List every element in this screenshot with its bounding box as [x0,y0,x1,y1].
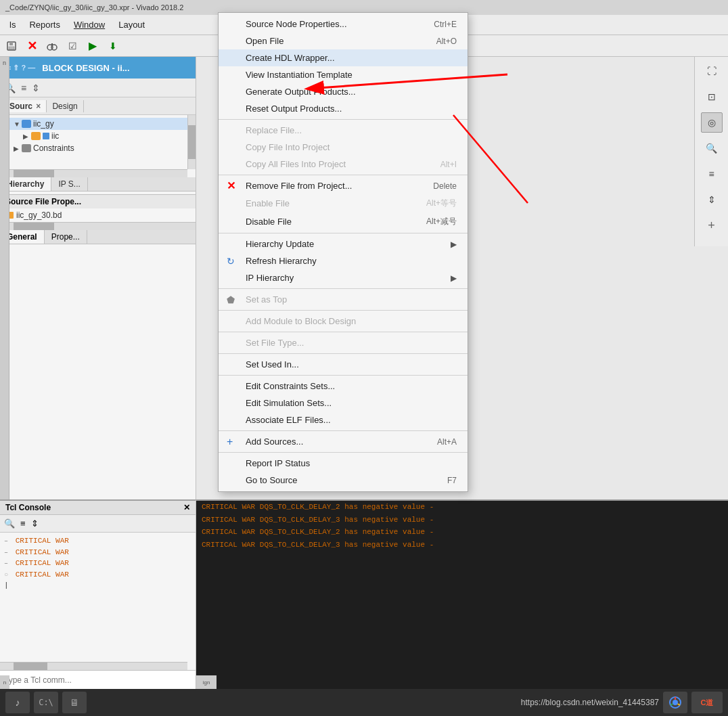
ctx-copy-all-label: Copy All Files Into Project [246,159,346,169]
tcl-input-area[interactable] [0,670,196,689]
props-header: Source File Prope... [0,195,196,208]
console-text-1: DQS_TO_CLK_DELAY_2 has negative value - [260,503,434,511]
tree-item-constraints[interactable]: ▶ Constraints [0,142,196,154]
design-tab[interactable]: Design [47,100,83,112]
props-hscroll[interactable] [0,222,196,230]
ctx-top-icon: ⬟ [227,294,235,305]
ctx-ip-hierarchy[interactable]: IP Hierarchy ▶ [219,269,468,286]
taskbar-music-btn[interactable]: ♪ [5,692,30,713]
sources-tab[interactable]: Sourc × [4,100,47,112]
menu-layout[interactable]: Layout [112,17,152,32]
ctx-set-file-type: Set File Type... [219,334,468,351]
svg-point-10 [673,700,678,705]
console-line-2: CRITICAL WAR DQS_TO_CLK_DELAY_3 has nega… [196,514,728,527]
ctx-disable-file[interactable]: Disable File Alt+减号 [219,212,468,231]
props-file-name: iic_gy_30.bd [16,210,62,220]
tcl-line-1: – CRITICAL WAR [4,535,191,547]
ctx-set-top-label: Set as Top [246,294,287,305]
properties-tab[interactable]: Prope... [45,230,87,244]
tree-hscroll-thumb [14,170,54,177]
sources-sort-icon[interactable]: ⇕ [32,83,40,93]
ctx-add-module: Add Module to Block Design [219,313,468,330]
tree-item-iic-gy[interactable]: ▼ iic_gy [0,118,196,130]
ctx-refresh-label: Refresh Hierarchy [246,256,317,266]
tcl-hscroll[interactable] [0,662,187,670]
rt-fit-btn[interactable]: ⊡ [701,87,723,107]
ctx-edit-constraints[interactable]: Edit Constraints Sets... [219,378,468,395]
menu-window[interactable]: Window [67,17,112,32]
taskbar-csdnbtn[interactable]: C道 [691,692,723,713]
left-panel: ≡ ⇑ ? — BLOCK DESIGN - ii... 🔍 ≡ ⇕ Sourc… [0,57,196,499]
tcl-filter-icon[interactable]: ≡ [20,518,26,529]
ctx-remove-icon: ✕ [227,179,235,192]
rt-menu-btn[interactable]: ≡ [701,164,723,184]
side-icons-panel: n [0,57,9,499]
ctx-open-file[interactable]: Open File Alt+O [219,32,468,49]
taskbar-cmd-btn[interactable]: C:\ [34,692,58,713]
ctx-hierarchy-update[interactable]: Hierarchy Update ▶ [219,236,468,252]
tcl-input-field[interactable] [4,675,191,685]
left-tabs: Hierarchy IP S... [0,177,196,192]
ctx-copy-all-files: Copy All Files Into Project Alt+I [219,156,468,173]
ctx-sep-10 [219,452,468,453]
toolbar-run-btn[interactable]: ▶ [84,37,101,55]
rt-add-btn[interactable]: + [701,215,723,236]
source-file-props: Source File Prope... iic_gy_30.bd Genera… [0,194,196,244]
rt-zoom-btn[interactable]: 🔍 [701,138,723,158]
ctx-refresh-hierarchy[interactable]: ↻ Refresh Hierarchy [219,252,468,269]
tcl-close-btn[interactable]: ✕ [183,503,190,512]
ctx-associate-elf[interactable]: Associate ELF Files... [219,411,468,428]
ctx-reset-output[interactable]: Reset Output Products... [219,100,468,117]
ctx-ip-hierarchy-arrow: ▶ [451,273,457,283]
ctx-add-sources-icon: + [227,436,233,448]
ctx-add-sources[interactable]: + Add Sources... Alt+A [219,433,468,450]
ctx-sep-7 [219,353,468,354]
ctx-edit-simulation[interactable]: Edit Simulation Sets... [219,395,468,411]
tree-vscroll[interactable] [187,115,196,169]
rt-fullscreen-btn[interactable]: ⛶ [701,61,723,81]
toolbar-save-btn[interactable] [3,37,20,55]
ctx-generate-output[interactable]: Generate Output Products... [219,83,468,100]
sources-filter-icon[interactable]: ≡ [21,83,26,93]
ctx-associate-elf-label: Associate ELF Files... [246,415,331,425]
ctx-go-to-source-shortcut: F7 [447,476,457,485]
ctx-source-node-properties[interactable]: Source Node Properties... Ctrl+E [219,16,468,32]
rt-target-btn[interactable]: ◎ [701,112,723,133]
toolbar-binoculars-btn[interactable] [43,37,61,55]
svg-rect-5 [51,43,53,46]
chrome-icon [668,696,682,709]
toolbar-close-btn[interactable]: ✕ [23,37,41,55]
toolbar-check-btn[interactable]: ☑ [64,37,81,55]
tcl-sort-icon[interactable]: ⇕ [31,518,39,529]
ctx-report-ip[interactable]: Report IP Status [219,455,468,472]
tcl-hscroll-thumb [14,663,47,670]
ctx-remove-label: Remove File from Project... [246,181,352,191]
tree-item-iic[interactable]: ▶ iic [0,130,196,142]
ctx-remove-file[interactable]: ✕ Remove File from Project... Delete [219,177,468,194]
ctx-view-instantiation[interactable]: View Instantiation Template [219,66,468,83]
tree-hscroll[interactable] [0,169,187,177]
ip-sources-tab[interactable]: IP S... [51,177,87,191]
tree-label-iic: iic [51,131,59,141]
menu-ls[interactable]: ls [3,17,22,32]
props-hscroll-thumb [14,223,54,230]
sources-tab-close[interactable]: × [36,102,41,111]
ctx-sep-3 [219,233,468,233]
ctx-hierarchy-update-arrow: ▶ [451,240,457,249]
ctx-set-used-in[interactable]: Set Used In... [219,356,468,373]
ctx-go-to-source[interactable]: Go to Source F7 [219,472,468,489]
ctx-set-as-top: ⬟ Set as Top [219,291,468,308]
props-item-file: iic_gy_30.bd [0,208,196,222]
taskbar-monitor-btn[interactable]: 🖥 [62,692,87,713]
ctx-create-hdl-wrapper[interactable]: Create HDL Wrapper... [219,49,468,66]
ctx-view-instantiation-label: View Instantiation Template [246,70,352,80]
ctx-sep-2 [219,175,468,175]
toolbar-download-btn[interactable]: ⬇ [104,37,122,55]
tcl-search-icon[interactable]: 🔍 [4,518,15,529]
taskbar-chrome-btn[interactable] [663,692,687,713]
tcl-toolbar: 🔍 ≡ ⇕ [0,515,196,533]
ctx-hierarchy-update-label: Hierarchy Update [246,239,314,249]
menu-reports[interactable]: Reports [22,17,67,32]
tree-icon-constraints [22,144,31,152]
rt-resize-btn[interactable]: ⇕ [701,189,723,210]
